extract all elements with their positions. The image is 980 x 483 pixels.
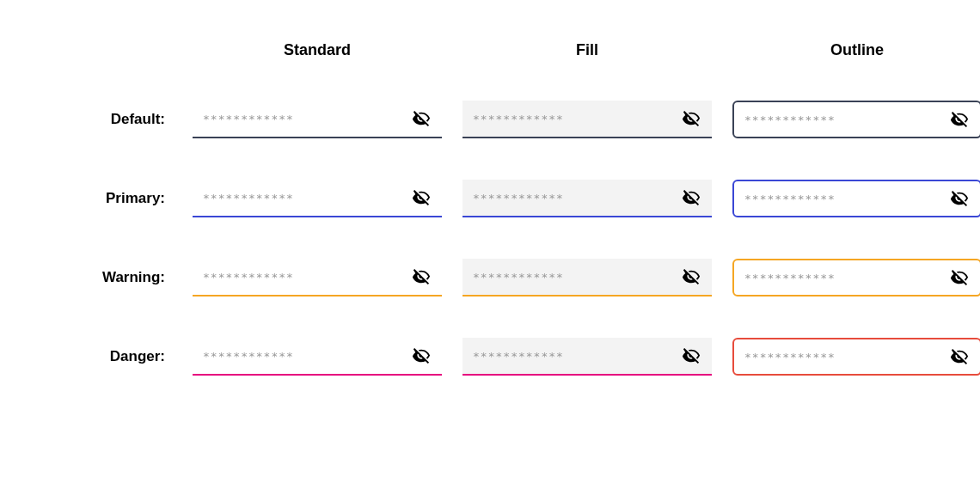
password-input-standard-primary[interactable]: ************: [193, 180, 442, 217]
password-input-outline-danger[interactable]: ************: [732, 338, 980, 376]
eye-off-icon[interactable]: [949, 346, 970, 367]
eye-off-icon[interactable]: [949, 188, 970, 209]
eye-off-icon[interactable]: [681, 108, 701, 129]
password-input-standard-default[interactable]: ************: [193, 101, 442, 138]
row-label-warning: Warning:: [26, 269, 172, 286]
password-input-outline-default[interactable]: ************: [732, 101, 980, 138]
password-input-fill-warning[interactable]: ************: [462, 259, 712, 297]
placeholder-text: ************: [473, 350, 564, 363]
placeholder-text: ************: [744, 272, 836, 284]
input-variants-grid: Standard Fill Outline Default: *********…: [0, 0, 980, 376]
placeholder-text: ************: [744, 113, 836, 126]
eye-off-icon[interactable]: [411, 108, 432, 129]
placeholder-text: ************: [203, 350, 294, 363]
password-input-standard-danger[interactable]: ************: [193, 338, 442, 376]
password-input-fill-default[interactable]: ************: [462, 101, 712, 138]
password-input-outline-warning[interactable]: ************: [732, 259, 980, 297]
placeholder-text: ************: [203, 113, 294, 125]
eye-off-icon[interactable]: [681, 187, 701, 208]
column-header-standard: Standard: [193, 41, 442, 59]
eye-off-icon[interactable]: [949, 109, 970, 130]
row-label-default: Default:: [26, 111, 172, 128]
placeholder-text: ************: [203, 192, 294, 205]
password-input-fill-danger[interactable]: ************: [462, 338, 712, 376]
eye-off-icon[interactable]: [411, 345, 432, 366]
column-header-fill: Fill: [462, 41, 712, 59]
placeholder-text: ************: [473, 192, 564, 205]
eye-off-icon[interactable]: [681, 266, 701, 287]
eye-off-icon[interactable]: [949, 267, 970, 288]
password-input-outline-primary[interactable]: ************: [732, 180, 980, 217]
eye-off-icon[interactable]: [411, 187, 432, 208]
password-input-standard-warning[interactable]: ************: [193, 259, 442, 297]
placeholder-text: ************: [744, 193, 836, 205]
eye-off-icon[interactable]: [681, 345, 701, 366]
eye-off-icon[interactable]: [411, 266, 432, 287]
row-label-danger: Danger:: [26, 348, 172, 365]
column-header-outline: Outline: [732, 41, 980, 59]
placeholder-text: ************: [203, 271, 294, 284]
row-label-primary: Primary:: [26, 190, 172, 207]
placeholder-text: ************: [744, 351, 836, 364]
placeholder-text: ************: [473, 113, 564, 125]
password-input-fill-primary[interactable]: ************: [462, 180, 712, 217]
placeholder-text: ************: [473, 271, 564, 284]
